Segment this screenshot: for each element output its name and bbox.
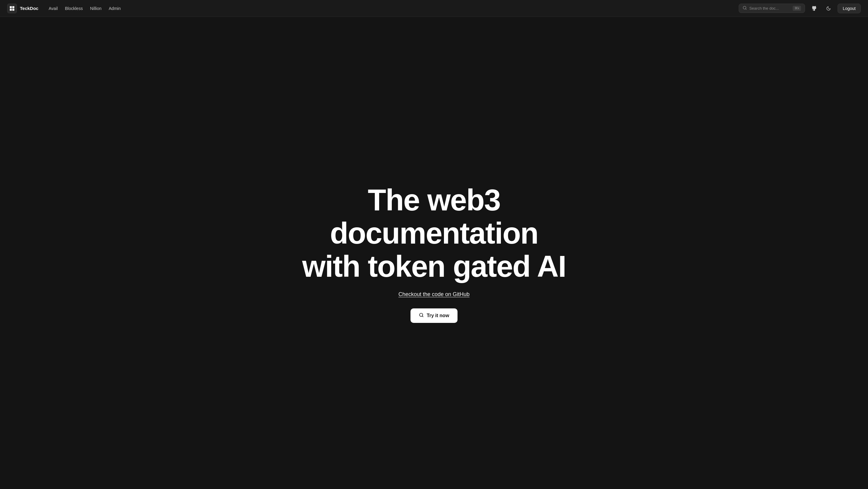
brand-name: TeckDoc (20, 6, 38, 11)
logout-button[interactable]: Logout (838, 4, 861, 13)
brand-icon (9, 5, 15, 11)
svg-rect-2 (10, 8, 12, 10)
navbar-right: Search the doc... ⌘k Logout (739, 3, 861, 14)
try-btn-label: Try it now (427, 313, 450, 318)
hero-title-line1: The web3 documentation (330, 183, 538, 250)
svg-rect-3 (12, 8, 14, 10)
navbar-left: TeckDoc Avail Blockless Nillion Admin (7, 4, 124, 13)
nav-links: Avail Blockless Nillion Admin (45, 4, 124, 13)
nav-link-blockless[interactable]: Blockless (62, 4, 86, 13)
hero-title-line2: with token gated AI (302, 249, 566, 283)
github-icon (811, 6, 817, 11)
search-shortcut: ⌘k (793, 6, 801, 11)
nav-link-nillion[interactable]: Nillion (87, 4, 104, 13)
search-icon (743, 6, 747, 11)
hero-subtitle: Checkout the code on GitHub (398, 291, 470, 298)
svg-line-7 (422, 316, 423, 317)
hero-title: The web3 documentation with token gated … (299, 183, 569, 283)
navbar: TeckDoc Avail Blockless Nillion Admin Se… (0, 0, 868, 17)
nav-link-admin[interactable]: Admin (106, 4, 124, 13)
search-bar[interactable]: Search the doc... ⌘k (739, 4, 805, 13)
svg-line-5 (746, 9, 747, 10)
svg-rect-0 (10, 6, 12, 8)
github-link[interactable]: Checkout the code on GitHub (398, 291, 470, 297)
nav-link-avail[interactable]: Avail (45, 4, 61, 13)
brand-logo-link[interactable]: TeckDoc (7, 4, 38, 13)
svg-rect-1 (12, 6, 14, 8)
hero-section: The web3 documentation with token gated … (0, 17, 868, 489)
brand-logo (7, 4, 17, 13)
search-placeholder: Search the doc... (749, 6, 790, 10)
try-btn-search-icon (419, 313, 424, 319)
try-it-now-button[interactable]: Try it now (410, 308, 458, 323)
dark-mode-button[interactable] (823, 3, 834, 14)
github-icon-button[interactable] (809, 3, 819, 14)
moon-icon (826, 6, 831, 11)
